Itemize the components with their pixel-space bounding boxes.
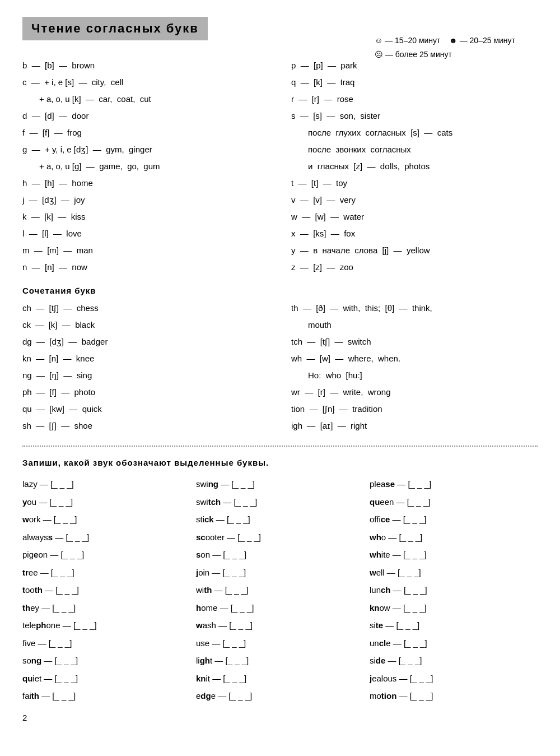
combo-kn: kn — [n] — knee <box>22 350 269 367</box>
rule-m: m — [m] — man <box>22 242 269 259</box>
combo-th: th — [ð] — with, this; [θ] — think, <box>291 300 538 317</box>
smiley1: ☺ <box>375 36 382 45</box>
rule-y: y — в начале слова [j] — yellow <box>291 242 538 259</box>
divider <box>22 446 538 447</box>
ex-swing: swing — [_ _ _] <box>196 475 364 493</box>
ex-telephone: telephone — [_ _ _] <box>22 616 190 634</box>
rule-v: v — [v] — very <box>291 192 538 208</box>
ex-scooter: scooter — [_ _ _] <box>196 528 364 546</box>
ex-tree: tree — [_ _ _] <box>22 564 190 582</box>
exercise-grid: lazy — [_ _ _] you — [_ _ _] work — [_ _… <box>22 475 538 705</box>
ex-they: they — [_ _ _] <box>22 599 190 617</box>
ex-with: with — [_ _ _] <box>196 581 364 599</box>
combo-tch: tch — [tʃ] — switch <box>291 333 538 350</box>
rule-z: z — [z] — zoo <box>291 259 538 276</box>
rule-c: c — + i, e [s] — city, cell <box>22 74 269 91</box>
timing-label2: — 20–25 минут <box>460 36 515 45</box>
rule-w: w — [w] — water <box>291 208 538 225</box>
ex-work: work — [_ _ _] <box>22 511 190 528</box>
ex-light: light — [_ _ _] <box>196 652 364 670</box>
left-rules-col: b — [b] — brown c — + i, e [s] — city, c… <box>22 57 280 276</box>
rule-s4: и гласных [z] — dolls, photos <box>308 158 538 175</box>
combo-ng: ng — [ŋ] — sing <box>22 367 269 384</box>
rule-s2: после глухих согласных [s] — cats <box>308 124 538 141</box>
ex-faith: faith — [_ _ _] <box>22 687 190 705</box>
ex-song: song — [_ _ _] <box>22 652 190 670</box>
ex-lazy: lazy — [_ _ _] <box>22 475 190 493</box>
smiley3: ☹ <box>375 50 383 59</box>
combo-wh2: Ho: who [hu:] <box>308 367 538 384</box>
ex-who: who — [_ _ _] <box>370 528 538 546</box>
combo-tion: tion — [ʃn] — tradition <box>291 401 538 418</box>
rule-s3: после звонких согласных <box>308 141 538 158</box>
exercise-col3: please — [_ _ _] queen — [_ _ _] office … <box>370 475 538 705</box>
left-combos-col: ch — [tʃ] — chess ck — [k] — black dg — … <box>22 300 280 434</box>
rule-x: x — [ks] — fox <box>291 225 538 242</box>
rule-c2: + a, o, u [k] — car, coat, cut <box>39 91 269 108</box>
rule-s: s — [s] — son, sister <box>291 108 538 124</box>
ex-you: you — [_ _ _] <box>22 493 190 511</box>
exercise-col2: swing — [_ _ _] switch — [_ _ _] stick —… <box>196 475 364 705</box>
combo-ph: ph — [f] — photo <box>22 384 269 401</box>
ex-side: side — [_ _ _] <box>370 652 538 670</box>
combo-ck: ck — [k] — black <box>22 317 269 333</box>
ex-well: well — [_ _ _] <box>370 564 538 582</box>
rule-d: d — [d] — door <box>22 108 269 124</box>
ex-stick: stick — [_ _ _] <box>196 511 364 528</box>
ex-motion: motion — [_ _ _] <box>370 687 538 705</box>
rule-k: k — [k] — kiss <box>22 208 269 225</box>
ex-lunch: lunch — [_ _ _] <box>370 581 538 599</box>
combo-qu: qu — [kw] — quick <box>22 401 269 418</box>
section2-title: Сочетания букв <box>22 286 538 295</box>
ex-use: use — [_ _ _] <box>196 634 364 652</box>
ex-know: know — [_ _ _] <box>370 599 538 617</box>
ex-queen: queen — [_ _ _] <box>370 493 538 511</box>
ex-please: please — [_ _ _] <box>370 475 538 493</box>
exercise-col1: lazy — [_ _ _] you — [_ _ _] work — [_ _… <box>22 475 190 705</box>
timing-label3: — более 25 минут <box>385 50 452 59</box>
combo-dg: dg — [dʒ] — badger <box>22 333 269 350</box>
combo-igh: igh — [aɪ] — right <box>291 418 538 434</box>
combo-wh: wh — [w] — where, when. <box>291 350 538 367</box>
rule-t: t — [t] — toy <box>291 175 538 192</box>
combo-ch: ch — [tʃ] — chess <box>22 300 269 317</box>
ex-son: son — [_ _ _] <box>196 546 364 564</box>
ex-uncle: uncle — [_ _ _] <box>370 634 538 652</box>
rule-n: n — [n] — now <box>22 259 269 276</box>
page-title: Чтение согласных букв <box>22 17 208 40</box>
timing-info: ☺ — 15–20 минут ☻ — 20–25 минут ☹ — боле… <box>375 34 515 62</box>
page-number: 2 <box>22 713 538 722</box>
ex-quiet: quiet — [_ _ _] <box>22 670 190 688</box>
ex-always: alwayss — [_ _ _] <box>22 528 190 546</box>
ex-edge: edge — [_ _ _] <box>196 687 364 705</box>
exercise-title: Запиши, какой звук обозначают выделенные… <box>22 458 538 467</box>
rule-j: j — [dʒ] — joy <box>22 192 269 208</box>
smiley2: ☻ <box>449 36 458 45</box>
rule-g: g — + y, i, e [dʒ] — gym, ginger <box>22 141 269 158</box>
ex-switch: switch — [_ _ _] <box>196 493 364 511</box>
ex-join: join — [_ _ _] <box>196 564 364 582</box>
rule-b: b — [b] — brown <box>22 57 269 74</box>
rule-h: h — [h] — home <box>22 175 269 192</box>
rule-f: f — [f] — frog <box>22 124 269 141</box>
combo-th2: mouth <box>308 317 538 333</box>
right-combos-col: th — [ð] — with, this; [θ] — think, mout… <box>280 300 538 434</box>
ex-office: office — [_ _ _] <box>370 511 538 528</box>
rule-r: r — [r] — rose <box>291 91 538 108</box>
rule-g2: + a, o, u [g] — game, go, gum <box>39 158 269 175</box>
combo-sh: sh — [ʃ] — shoe <box>22 418 269 434</box>
ex-jealous: jealous — [_ _ _] <box>370 670 538 688</box>
combo-wr: wr — [r] — write, wrong <box>291 384 538 401</box>
right-rules-col: p — [p] — park q — [k] — Iraq r — [r] — … <box>280 57 538 276</box>
ex-wash: wash — [_ _ _] <box>196 616 364 634</box>
ex-knit: knit — [_ _ _] <box>196 670 364 688</box>
timing-label1: — 15–20 минут <box>385 36 440 45</box>
ex-white: white — [_ _ _] <box>370 546 538 564</box>
rule-q: q — [k] — Iraq <box>291 74 538 91</box>
ex-five: five — [_ _ _] <box>22 634 190 652</box>
ex-site: site — [_ _ _] <box>370 616 538 634</box>
ex-pigeon: pigeon — [_ _ _] <box>22 546 190 564</box>
ex-home: home — [_ _ _] <box>196 599 364 617</box>
rule-l: l — [l] — love <box>22 225 269 242</box>
ex-tooth: tooth — [_ _ _] <box>22 581 190 599</box>
